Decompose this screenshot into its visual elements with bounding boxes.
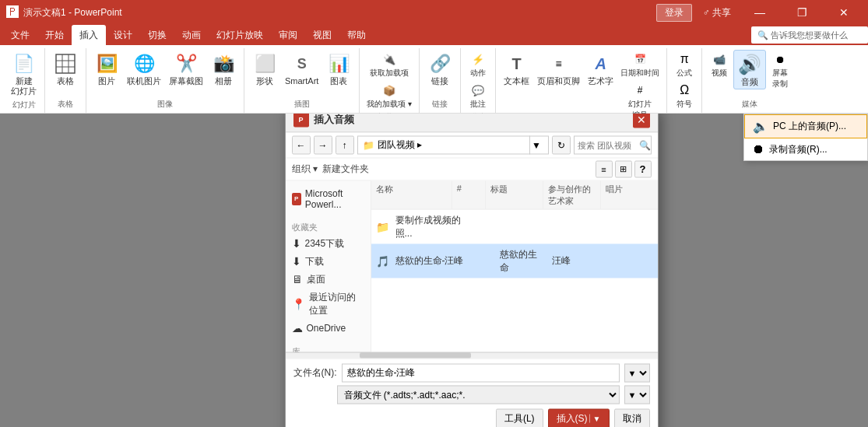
tab-design[interactable]: 设计 — [106, 25, 140, 45]
album-button[interactable]: 📸 相册 — [208, 50, 239, 88]
filetype-dropdown[interactable]: ▼ — [624, 385, 650, 404]
sidebar-divider-1 — [286, 212, 371, 218]
online-picture-button[interactable]: 🌐 联机图片 — [124, 50, 164, 88]
cancel-button[interactable]: 取消 — [614, 408, 650, 427]
tab-view[interactable]: 视图 — [305, 25, 339, 45]
equation-icon: π — [676, 51, 693, 68]
wordart-label: 艺术字 — [588, 76, 613, 86]
tab-animation[interactable]: 动画 — [174, 25, 209, 45]
close-button[interactable]: ✕ — [826, 0, 862, 25]
sidebar-label-2345: 2345下载 — [305, 236, 345, 250]
onedrive-icon: ☁ — [292, 321, 303, 334]
insert-dropdown-icon[interactable]: ▼ — [589, 415, 601, 423]
video-button[interactable]: 📹 视频 — [707, 50, 732, 79]
picture-button[interactable]: 🖼️ 图片 — [91, 50, 122, 88]
tab-slideshow[interactable]: 幻灯片放映 — [209, 25, 271, 45]
list-view-button[interactable]: ≡ — [596, 160, 613, 177]
tab-home[interactable]: 开始 — [37, 25, 72, 45]
shape-label: 形状 — [256, 76, 273, 86]
path-dropdown-button[interactable]: ▼ — [529, 135, 543, 154]
pc-audio-menu-item[interactable]: 🔈 PC 上的音频(P)... — [744, 114, 867, 138]
download1-icon: ⬇ — [292, 237, 301, 250]
dialog-close-button[interactable]: ✕ — [633, 114, 650, 128]
wordart-button[interactable]: A 艺术字 — [585, 50, 617, 88]
filetype-select[interactable]: 音频文件 (*.adts;*.adt;*.aac;*. — [337, 385, 620, 404]
dialog-path[interactable]: 📁 团队视频 ▸ ▼ — [357, 135, 549, 154]
shape-button[interactable]: ⬜ 形状 — [249, 50, 280, 88]
audio-label: 音频 — [741, 77, 758, 87]
dialog-forward-button[interactable]: → — [314, 135, 332, 154]
restore-button[interactable]: ❐ — [784, 0, 820, 25]
comment-button[interactable]: 💬 批注 — [466, 81, 490, 110]
sidebar-item-desktop[interactable]: 🖥 桌面 — [286, 270, 371, 288]
sidebar-section-favorites: 收藏夹 — [286, 218, 371, 234]
search-bar[interactable]: 🔍 告诉我您想要做什么 — [751, 26, 868, 44]
audio-button[interactable]: 🔊 音频 — [733, 50, 766, 89]
audio-file-icon: 🎵 — [376, 254, 389, 267]
my-addins-button[interactable]: 📦 我的加载项 ▾ — [364, 81, 414, 110]
tab-help[interactable]: 帮助 — [339, 25, 374, 45]
col-name[interactable]: 名称 — [371, 180, 452, 208]
dialog-search-box[interactable]: 🔍 — [574, 135, 652, 154]
ppt-sidebar-label: Microsoft Powerl... — [305, 187, 364, 209]
screenshot-button[interactable]: ✂️ 屏幕截图 — [166, 50, 206, 88]
col-title[interactable]: 标题 — [486, 180, 543, 208]
smartart-button[interactable]: S SmartArt — [282, 50, 322, 88]
tab-transition[interactable]: 切换 — [140, 25, 174, 45]
ppt-sidebar-icon: P — [292, 192, 301, 205]
sidebar-item-2345[interactable]: ⬇ 2345下载 — [286, 234, 371, 252]
new-slide-button[interactable]: 📄 新建幻灯片 — [8, 50, 40, 98]
smartart-icon: S — [290, 51, 315, 76]
datetime-button[interactable]: 📅 日期和时间 — [618, 50, 662, 79]
action-button[interactable]: ⚡ 动作 — [466, 50, 490, 79]
picture-icon: 🖼️ — [94, 51, 119, 76]
new-folder-button[interactable]: 新建文件夹 — [322, 163, 369, 176]
dialog-up-button[interactable]: ↑ — [336, 135, 354, 154]
tab-file[interactable]: 文件 — [3, 25, 37, 45]
audio-icon: 🔊 — [737, 52, 762, 77]
file-row-folder[interactable]: 📁 要制作成视频的照... — [371, 209, 658, 243]
organize-button[interactable]: 组织 ▾ — [292, 163, 318, 176]
sidebar-divider-2 — [286, 336, 371, 342]
sidebar-item-ppt[interactable]: P Microsoft Powerl... — [286, 185, 371, 212]
sidebar-item-recent[interactable]: 📍 最近访问的位置 — [286, 288, 371, 319]
path-text: 团队视频 ▸ — [378, 138, 422, 152]
chart-button[interactable]: 📊 图表 — [323, 50, 354, 88]
minimize-button[interactable]: — — [742, 0, 778, 25]
sidebar-item-download[interactable]: ⬇ 下载 — [286, 252, 371, 270]
dialog-back-button[interactable]: ← — [292, 135, 311, 154]
record-audio-menu-item[interactable]: ⏺ 录制音频(R)... — [744, 138, 867, 160]
header-footer-button[interactable]: ≡ 页眉和页脚 — [534, 50, 583, 88]
file-row-audio[interactable]: 🎵 慈欲的生命-汪峰 慈欲的生命 汪峰 — [371, 243, 658, 278]
sidebar-item-onedrive[interactable]: ☁ OneDrive — [286, 319, 371, 336]
insert-label: 插入(S) — [557, 412, 588, 425]
share-button[interactable]: ♂ 共享 — [698, 5, 736, 21]
dialog-title-left: P 插入音频 — [293, 114, 354, 128]
help-button[interactable]: ? — [634, 160, 652, 177]
link-button[interactable]: 🔗 链接 — [424, 50, 455, 88]
link-icon: 🔗 — [427, 51, 452, 76]
login-button[interactable]: 登录 — [656, 4, 692, 22]
dialog-search-input[interactable] — [575, 140, 637, 149]
dialog-scrollbar-h[interactable] — [286, 352, 658, 358]
symbol-button[interactable]: Ω 符号 — [672, 81, 697, 110]
col-number[interactable]: # — [452, 180, 486, 208]
dialog-refresh-button[interactable]: ↻ — [552, 135, 571, 154]
filename-input[interactable] — [342, 363, 620, 382]
tools-button[interactable]: 工具(L) — [496, 408, 543, 427]
tab-insert[interactable]: 插入 — [72, 25, 106, 45]
get-addins-button[interactable]: 🔌 获取加载项 — [364, 50, 414, 79]
insert-button[interactable]: 插入(S) ▼ — [548, 408, 610, 427]
filename-dropdown[interactable]: ▼ — [624, 363, 650, 382]
col-artist[interactable]: 参与创作的艺术家 — [543, 180, 601, 208]
col-album[interactable]: 唱片 — [601, 180, 658, 208]
scrollbar-thumb — [360, 352, 471, 358]
tab-review[interactable]: 审阅 — [271, 25, 305, 45]
ribbon-group-illustration: ⬜ 形状 S SmartArt 📊 图表 插图 — [244, 48, 360, 113]
equation-button[interactable]: π 公式 — [672, 50, 697, 79]
table-button[interactable]: 表格 — [50, 50, 81, 88]
screen-record-button[interactable]: ⏺ 屏幕录制 — [768, 50, 792, 90]
grid-view-button[interactable]: ⊞ — [615, 160, 632, 177]
ribbon-group-label-slides: 幻灯片 — [8, 98, 40, 112]
textbox-button[interactable]: T 文本框 — [501, 50, 532, 88]
